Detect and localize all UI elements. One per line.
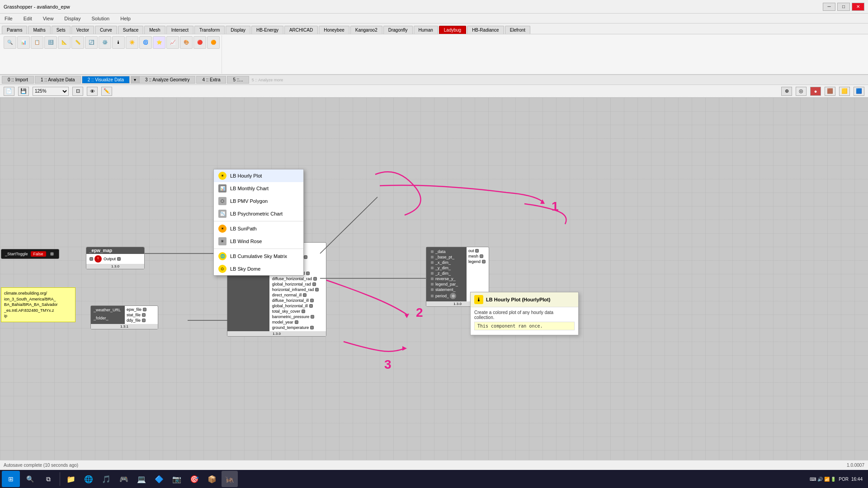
taskbar-grasshopper[interactable]: 🦗 bbox=[222, 471, 238, 487]
sub-tab-analyze-data[interactable]: 1 :: Analyze Data bbox=[35, 76, 81, 84]
sub-tab-visualize-dropdown[interactable]: ▾ bbox=[131, 76, 139, 84]
statement-port[interactable] bbox=[430, 288, 434, 291]
hir-port[interactable] bbox=[315, 288, 319, 291]
dropdown-pmv-polygon[interactable]: ⬡ LB PMV Polygon bbox=[214, 195, 303, 207]
base-pt-port[interactable] bbox=[430, 255, 434, 259]
red-button[interactable]: ● bbox=[810, 87, 821, 96]
taskbar-spotify[interactable]: 🎵 bbox=[98, 471, 114, 487]
toolbar-icon-10[interactable]: ☀️ bbox=[126, 36, 138, 49]
tab-surface[interactable]: Surface bbox=[118, 26, 143, 34]
taskbar-app9[interactable]: 📦 bbox=[204, 471, 220, 487]
y-dim-port[interactable] bbox=[430, 266, 434, 270]
tab-dragonfly[interactable]: Dragonfly bbox=[383, 26, 413, 34]
taskbar-explorer[interactable]: 📁 bbox=[63, 471, 79, 487]
taskbar-app7[interactable]: 📷 bbox=[169, 471, 185, 487]
tab-human[interactable]: Human bbox=[414, 26, 438, 34]
task-view-button[interactable]: ⧉ bbox=[40, 471, 57, 487]
tab-display[interactable]: Display bbox=[226, 26, 250, 34]
ddy-file-port[interactable] bbox=[142, 319, 146, 322]
toolbar-icon-13[interactable]: 📈 bbox=[166, 36, 179, 49]
sub-tab-analyze-geometry[interactable]: 3 :: Analyze Geometry bbox=[139, 76, 195, 84]
taskbar-vscode[interactable]: 🔷 bbox=[151, 471, 167, 487]
tab-hb-energy[interactable]: HB-Energy bbox=[251, 26, 283, 34]
tab-ladybug[interactable]: Ladybug bbox=[439, 26, 466, 34]
toolbar-icon-15[interactable]: 🔴 bbox=[193, 36, 206, 49]
zoom-select[interactable]: 125% 100% 75% 50% bbox=[33, 87, 69, 96]
toggle-output-port[interactable] bbox=[50, 252, 54, 256]
dropdown-sunpath[interactable]: ☀ LB SunPath bbox=[214, 222, 303, 235]
mesh-port[interactable] bbox=[480, 254, 483, 258]
dropdown-monthly-chart[interactable]: 📊 LB Monthly Chart bbox=[214, 182, 303, 195]
sub-tab-more[interactable]: 5 ::... bbox=[227, 76, 249, 84]
toolbar-icon-4[interactable]: 🔢 bbox=[44, 36, 57, 49]
search-taskbar[interactable]: 🔍 bbox=[21, 471, 38, 487]
toolbar-icon-14[interactable]: 🎨 bbox=[180, 36, 193, 49]
tab-maths[interactable]: Maths bbox=[28, 26, 50, 34]
fit-view-button[interactable]: ⊡ bbox=[72, 87, 83, 96]
x-dim-port[interactable] bbox=[430, 261, 434, 264]
pen-button[interactable]: ✏️ bbox=[101, 87, 112, 96]
ground-port[interactable] bbox=[310, 326, 314, 329]
tab-archicad[interactable]: ARCHICAD bbox=[284, 26, 318, 34]
toolbar-icon-3[interactable]: 📋 bbox=[31, 36, 43, 49]
color-button3[interactable]: 🟦 bbox=[854, 87, 864, 96]
epw-map-node[interactable]: _epw_map 📍 Output 1.3.0 bbox=[86, 247, 145, 269]
dni-port[interactable] bbox=[303, 293, 307, 297]
legend-par-port[interactable] bbox=[430, 282, 434, 286]
menu-display[interactable]: Display bbox=[61, 15, 83, 22]
epw-file-port[interactable] bbox=[143, 308, 146, 311]
dropdown-hourly-plot[interactable]: ☀ LB Hourly Plot bbox=[214, 169, 303, 182]
menu-solution[interactable]: Solution bbox=[89, 15, 112, 22]
dhr-port[interactable] bbox=[313, 277, 317, 281]
period-port[interactable] bbox=[430, 294, 434, 298]
tab-honeybee[interactable]: Honeybee bbox=[319, 26, 349, 34]
out-port[interactable] bbox=[475, 249, 479, 253]
z-dim-port[interactable] bbox=[430, 272, 434, 275]
start-button[interactable]: ⊞ bbox=[2, 471, 20, 487]
toolbar-icon-16[interactable]: 🟠 bbox=[207, 36, 220, 49]
taskbar-app4[interactable]: 🎮 bbox=[116, 471, 132, 487]
taskbar-app5[interactable]: 💻 bbox=[133, 471, 150, 487]
epw-map-output-port[interactable] bbox=[117, 257, 121, 261]
canvas-area[interactable]: 1 2 3 climate.onebuilding.org/ ion_3_Sou… bbox=[0, 98, 868, 478]
sky-port[interactable] bbox=[302, 310, 305, 313]
color-button1[interactable]: 🟫 bbox=[825, 87, 835, 96]
data-input-port[interactable] bbox=[430, 250, 434, 253]
weather-url-node[interactable]: _weather_URL _folder_ epw_file stat_file… bbox=[90, 305, 158, 329]
tab-sets[interactable]: Sets bbox=[52, 26, 71, 34]
close-button[interactable]: ✕ bbox=[852, 3, 864, 11]
view3d-button[interactable]: ◎ bbox=[796, 87, 807, 96]
save-button[interactable]: 💾 bbox=[18, 87, 29, 96]
taskbar-edge[interactable]: 🌐 bbox=[80, 471, 97, 487]
tab-intersect[interactable]: Intersect bbox=[166, 26, 193, 34]
stat-file-port[interactable] bbox=[142, 313, 146, 317]
minimize-button[interactable]: ─ bbox=[823, 3, 835, 11]
humidity-port[interactable] bbox=[304, 255, 307, 259]
toolbar-icon-11[interactable]: 🌀 bbox=[139, 36, 152, 49]
year-port[interactable] bbox=[295, 320, 298, 324]
maximize-button[interactable]: □ bbox=[837, 3, 850, 11]
period-settings-icon[interactable]: ⚙ bbox=[450, 293, 456, 299]
ghi-port[interactable] bbox=[309, 304, 313, 308]
view-button[interactable]: 👁 bbox=[87, 87, 98, 96]
tab-params[interactable]: Params bbox=[2, 26, 27, 34]
pressure-port[interactable] bbox=[311, 315, 314, 319]
ghr-port[interactable] bbox=[312, 282, 316, 286]
dnr-port[interactable] bbox=[306, 272, 310, 275]
tab-vector[interactable]: Vector bbox=[71, 26, 94, 34]
menu-file[interactable]: File bbox=[2, 15, 15, 22]
dhi-port[interactable] bbox=[310, 299, 314, 302]
tab-transform[interactable]: Transform bbox=[194, 26, 225, 34]
tab-mesh[interactable]: Mesh bbox=[144, 26, 165, 34]
tab-elefront[interactable]: Elefront bbox=[505, 26, 530, 34]
dropdown-sky-dome[interactable]: ⊙ LB Sky Dome bbox=[214, 263, 303, 275]
settings-button[interactable]: ⊕ bbox=[781, 87, 792, 96]
toolbar-icon-9[interactable]: 🌡 bbox=[112, 36, 125, 49]
toolbar-icon-5[interactable]: 📐 bbox=[58, 36, 71, 49]
legend-port[interactable] bbox=[482, 260, 486, 263]
new-document-button[interactable]: 📄 bbox=[4, 87, 14, 96]
menu-help[interactable]: Help bbox=[118, 15, 133, 22]
sub-tab-import[interactable]: 0 :: Import bbox=[2, 76, 34, 84]
reverse-port[interactable] bbox=[430, 277, 434, 281]
toolbar-icon-2[interactable]: 📊 bbox=[17, 36, 30, 49]
